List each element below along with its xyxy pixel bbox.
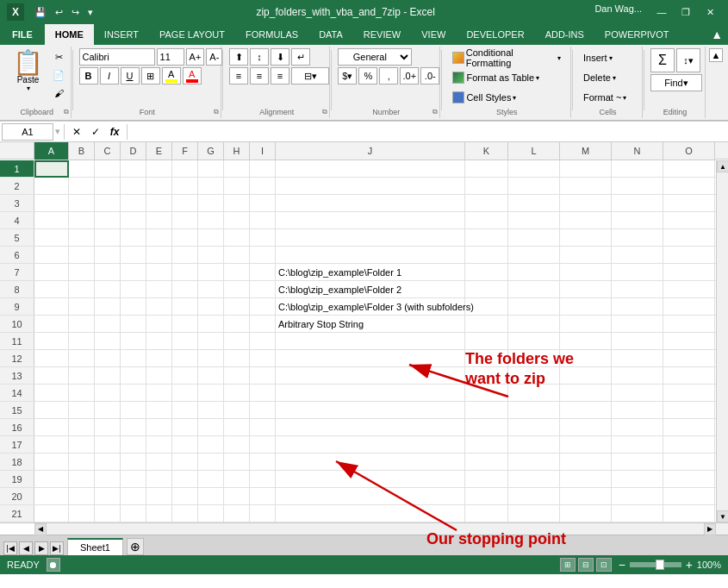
horizontal-scroll-track[interactable]: ◀ ▶ bbox=[34, 523, 716, 535]
merge-button[interactable]: ⊟▾ bbox=[291, 67, 329, 84]
copy-button[interactable]: 📄 bbox=[49, 66, 68, 84]
conditional-formatting-dropdown[interactable]: ▾ bbox=[557, 54, 561, 62]
zoom-in-button[interactable]: + bbox=[684, 560, 694, 570]
row-header-21[interactable]: 21 bbox=[0, 505, 34, 522]
ribbon-collapse-btn[interactable]: ▲ bbox=[709, 48, 723, 62]
delete-dropdown[interactable]: ▾ bbox=[613, 74, 616, 82]
cell-E4[interactable] bbox=[146, 212, 172, 229]
cell-K4[interactable] bbox=[465, 212, 508, 229]
cell-K5[interactable] bbox=[465, 229, 508, 247]
cell-A12[interactable] bbox=[34, 350, 69, 367]
cell-M11[interactable] bbox=[560, 333, 612, 350]
add-sheet-button[interactable]: ⊕ bbox=[127, 538, 144, 555]
cell-H12[interactable] bbox=[224, 350, 250, 367]
row-header-3[interactable]: 3 bbox=[0, 195, 34, 211]
cell-L2[interactable] bbox=[508, 178, 560, 195]
cell-O17[interactable] bbox=[663, 436, 715, 454]
fill-color-button[interactable]: A bbox=[162, 67, 181, 84]
col-header-D[interactable]: D bbox=[121, 142, 146, 160]
cell-C16[interactable] bbox=[95, 419, 121, 436]
cell-C12[interactable] bbox=[95, 350, 121, 367]
cell-J10[interactable]: Arbitrary Stop String bbox=[276, 316, 465, 333]
cell-E15[interactable] bbox=[146, 402, 172, 419]
cell-G5[interactable] bbox=[198, 229, 224, 247]
cell-B15[interactable] bbox=[69, 402, 95, 419]
row-header-8[interactable]: 8 bbox=[0, 281, 34, 297]
formula-confirm-button[interactable]: ✓ bbox=[87, 123, 104, 141]
cell-D6[interactable] bbox=[121, 247, 146, 264]
cell-A14[interactable] bbox=[34, 385, 69, 402]
currency-button[interactable]: $▾ bbox=[338, 67, 357, 84]
cell-F1[interactable] bbox=[172, 160, 198, 178]
customize-quick-access-button[interactable]: ▾ bbox=[84, 5, 96, 20]
cell-styles-button[interactable]: Cell Styles ▾ bbox=[448, 88, 565, 107]
cell-G16[interactable] bbox=[198, 419, 224, 436]
cell-G1[interactable] bbox=[198, 160, 224, 178]
cell-D3[interactable] bbox=[121, 195, 146, 212]
font-size-decrease[interactable]: A- bbox=[206, 48, 222, 66]
cell-I18[interactable] bbox=[250, 454, 276, 471]
cell-B18[interactable] bbox=[69, 454, 95, 471]
insert-dropdown[interactable]: ▾ bbox=[609, 54, 613, 62]
cell-N1[interactable] bbox=[612, 160, 663, 178]
cell-J15[interactable] bbox=[276, 402, 465, 419]
cell-C13[interactable] bbox=[95, 367, 121, 385]
cell-B21[interactable] bbox=[69, 505, 95, 522]
tab-formulas[interactable]: FORMULAS bbox=[235, 24, 308, 45]
cell-I16[interactable] bbox=[250, 419, 276, 436]
cell-I17[interactable] bbox=[250, 436, 276, 454]
comma-button[interactable]: , bbox=[379, 67, 398, 84]
cell-N10[interactable] bbox=[612, 316, 663, 333]
cell-N8[interactable] bbox=[612, 281, 663, 298]
conditional-formatting-button[interactable]: Conditional Formatting ▾ bbox=[448, 48, 565, 67]
bold-button[interactable]: B bbox=[79, 67, 98, 84]
cell-N15[interactable] bbox=[612, 402, 663, 419]
cell-D1[interactable] bbox=[121, 160, 146, 178]
cell-J16[interactable] bbox=[276, 419, 465, 436]
row-header-17[interactable]: 17 bbox=[0, 436, 34, 453]
cell-E10[interactable] bbox=[146, 316, 172, 333]
cell-H16[interactable] bbox=[224, 419, 250, 436]
cell-B14[interactable] bbox=[69, 385, 95, 402]
cell-F13[interactable] bbox=[172, 367, 198, 385]
cell-E8[interactable] bbox=[146, 281, 172, 298]
cell-H21[interactable] bbox=[224, 505, 250, 522]
cell-K18[interactable] bbox=[465, 454, 508, 471]
cell-M9[interactable] bbox=[560, 298, 612, 316]
cell-H8[interactable] bbox=[224, 281, 250, 298]
cell-M15[interactable] bbox=[560, 402, 612, 419]
cell-O3[interactable] bbox=[663, 195, 715, 212]
cell-A11[interactable] bbox=[34, 333, 69, 350]
font-size-input[interactable] bbox=[157, 48, 184, 66]
cell-I4[interactable] bbox=[250, 212, 276, 229]
cell-N9[interactable] bbox=[612, 298, 663, 316]
tab-view[interactable]: VIEW bbox=[411, 24, 456, 45]
cell-M5[interactable] bbox=[560, 229, 612, 247]
cell-E6[interactable] bbox=[146, 247, 172, 264]
format-as-table-button[interactable]: Format as Table ▾ bbox=[448, 68, 565, 87]
cell-A2[interactable] bbox=[34, 178, 69, 195]
cell-C7[interactable] bbox=[95, 264, 121, 281]
cell-A17[interactable] bbox=[34, 436, 69, 454]
cell-B12[interactable] bbox=[69, 350, 95, 367]
cell-H5[interactable] bbox=[224, 229, 250, 247]
cell-L5[interactable] bbox=[508, 229, 560, 247]
align-right-button[interactable]: ≡ bbox=[271, 67, 289, 84]
cell-G9[interactable] bbox=[198, 298, 224, 316]
col-header-G[interactable]: G bbox=[198, 142, 224, 160]
cell-F3[interactable] bbox=[172, 195, 198, 212]
cell-C1[interactable] bbox=[95, 160, 121, 178]
close-button[interactable]: ✕ bbox=[699, 3, 721, 21]
cell-E3[interactable] bbox=[146, 195, 172, 212]
cell-H6[interactable] bbox=[224, 247, 250, 264]
cell-K13[interactable] bbox=[465, 367, 508, 385]
cell-J12[interactable] bbox=[276, 350, 465, 367]
cell-A5[interactable] bbox=[34, 229, 69, 247]
sheet-nav-prev[interactable]: ◀ bbox=[19, 541, 33, 555]
cell-K19[interactable] bbox=[465, 471, 508, 488]
percent-button[interactable]: % bbox=[358, 67, 377, 84]
cell-A19[interactable] bbox=[34, 471, 69, 488]
cell-H4[interactable] bbox=[224, 212, 250, 229]
cell-E11[interactable] bbox=[146, 333, 172, 350]
autosum-button[interactable]: Σ bbox=[650, 48, 675, 72]
